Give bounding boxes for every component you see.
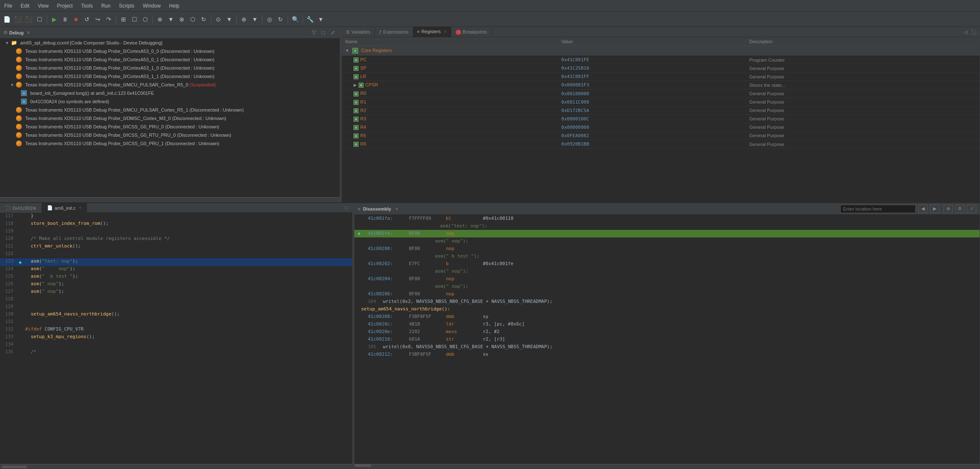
grid-btn[interactable]: ⊞ bbox=[118, 14, 128, 24]
disasm-copy-btn[interactable]: ⊕ bbox=[943, 205, 953, 213]
toolbar-btn-7[interactable]: ⊕ bbox=[155, 14, 165, 24]
location-input[interactable] bbox=[840, 205, 916, 213]
menu-scripts[interactable]: Scripts bbox=[115, 1, 139, 10]
toolbar-btn-15[interactable]: ▼ bbox=[250, 14, 260, 24]
toolbar-btn-17[interactable]: ↻ bbox=[275, 14, 286, 24]
disasm-addr-6: 41c0020c: bbox=[368, 321, 406, 327]
toolbar-btn-6[interactable]: ⬡ bbox=[140, 14, 150, 24]
disasm-close-icon[interactable]: × bbox=[396, 206, 398, 211]
debug-scrollbar[interactable] bbox=[0, 197, 340, 202]
toolbar-btn-9[interactable]: ⊗ bbox=[177, 14, 187, 24]
menu-tools[interactable]: Tools bbox=[77, 1, 97, 10]
code-content-128 bbox=[24, 296, 352, 304]
tab-registers-close[interactable]: × bbox=[444, 29, 447, 34]
code-content-123: asm("test: nop"); bbox=[24, 258, 352, 266]
reg-row-r1[interactable]: ≡R1 0x0011C000 General Purpose bbox=[342, 98, 980, 106]
tab-breakpoints[interactable]: ⬤ Breakpoints bbox=[451, 27, 492, 37]
editor-minimize-btn[interactable]: □ bbox=[343, 204, 350, 211]
toolbar-btn-8[interactable]: ▼ bbox=[166, 14, 176, 24]
indicator-119 bbox=[17, 228, 24, 236]
toolbar-btn-12[interactable]: ⊙ bbox=[213, 14, 223, 24]
tree-core-1[interactable]: Texas Instruments XDS110 USB Debug Probe… bbox=[0, 55, 340, 64]
code-line-124: 124 asm(" nop"); bbox=[0, 266, 352, 274]
toolbar-btn-10[interactable]: ⬡ bbox=[188, 14, 198, 24]
menu-view[interactable]: View bbox=[34, 1, 53, 10]
disasm-expand-btn[interactable]: ⤢ bbox=[967, 205, 976, 213]
debug-close-icon[interactable]: × bbox=[27, 30, 30, 36]
disasm-table[interactable]: 41c001fa: F7FFFF89 bl #0x41c00110 asm("t… bbox=[354, 215, 980, 464]
toolbar-btn-3[interactable]: ⬛ bbox=[24, 14, 34, 24]
disasm-prev-btn[interactable]: ◀ bbox=[918, 205, 928, 213]
tab-am6-close[interactable]: × bbox=[79, 206, 81, 210]
menu-run[interactable]: Run bbox=[97, 1, 115, 10]
tab-expressions-label: Expressions bbox=[383, 29, 409, 34]
reg-row-r5[interactable]: ≡R5 0x0FEA0082 General Purpose bbox=[342, 131, 980, 140]
stop-btn[interactable]: ■ bbox=[71, 14, 81, 24]
tree-core-0[interactable]: Texas Instruments XDS110 USB Debug Probe… bbox=[0, 47, 340, 55]
disasm-next-btn[interactable]: ▶ bbox=[930, 205, 939, 213]
toolbar-btn-4[interactable]: ☐ bbox=[34, 14, 45, 24]
reg-row-r0[interactable]: ≡R0 0x00100000 General Purpose bbox=[342, 89, 980, 98]
new-btn[interactable]: 📄 bbox=[2, 14, 12, 24]
reg-row-pc[interactable]: ≡PC 0x41C001FE Program Counter bbox=[342, 56, 980, 64]
reg-row-r4[interactable]: ≡R4 0x00000000 General Purpose bbox=[342, 123, 980, 131]
toolbar-btn-19[interactable]: 🔧 bbox=[305, 14, 315, 24]
disasm-scrollbar-thumb[interactable] bbox=[354, 464, 371, 467]
tab-variables[interactable]: ☰ Variables bbox=[342, 27, 375, 37]
menu-help[interactable]: Help bbox=[165, 1, 184, 10]
debug-expand-btn[interactable]: ⤢ bbox=[329, 29, 336, 36]
reg-row-r6[interactable]: ≡R6 0x0920B1BB General Purpose bbox=[342, 140, 980, 149]
toolbar-btn-13[interactable]: ▼ bbox=[224, 14, 234, 24]
toolbar-btn-11[interactable]: ↻ bbox=[199, 14, 209, 24]
tab-registers[interactable]: ≡ Registers × bbox=[413, 27, 451, 37]
tab-am6-init[interactable]: 📄 am6_init.c × bbox=[42, 203, 87, 213]
reg-row-cpsr[interactable]: ▶≡CPSR 0x000001F3 Stores the state... bbox=[342, 81, 980, 89]
disasm-settings-btn[interactable]: ⚙ bbox=[955, 205, 964, 213]
tree-core-2[interactable]: Texas Instruments XDS110 USB Debug Probe… bbox=[0, 64, 340, 72]
tree-core-4[interactable]: Texas Instruments XDS110 USB Debug Probe… bbox=[0, 106, 340, 114]
toolbar-btn-2[interactable]: ⬛ bbox=[13, 14, 23, 24]
tab-hex-view[interactable]: ⬛ 0x41c001fe bbox=[0, 203, 42, 213]
disasm-source-5: 104 writel(0x2, NAVSS0_NBSS_NB0_CFG_BASE… bbox=[354, 298, 980, 305]
tree-root[interactable]: ▼ 📁 am65_spl_debug.ccxml [Code Composer … bbox=[0, 39, 340, 47]
step-into-btn[interactable]: ↷ bbox=[104, 14, 114, 24]
tree-core-6[interactable]: Texas Instruments XDS110 USB Debug Probe… bbox=[0, 122, 340, 131]
tree-frame-1[interactable]: = 0x41C00A24 (no symbols are defined) bbox=[0, 97, 340, 106]
menu-project[interactable]: Project bbox=[53, 1, 77, 10]
debug-minimize-btn[interactable]: ▽ bbox=[310, 29, 318, 36]
toolbar-btn-18[interactable]: 🔍 bbox=[290, 14, 300, 24]
tree-core-5[interactable]: Texas Instruments XDS110 USB Debug Probe… bbox=[0, 114, 340, 122]
menu-file[interactable]: File bbox=[0, 1, 16, 10]
tab-expand-btn[interactable]: ⬛ bbox=[970, 29, 977, 35]
step-over-btn[interactable]: ↪ bbox=[93, 14, 103, 24]
tree-core-7[interactable]: Texas Instruments XDS110 USB Debug Probe… bbox=[0, 131, 340, 139]
reg-cpsr-expand: ▶ bbox=[354, 83, 357, 87]
menu-edit[interactable]: Edit bbox=[16, 1, 34, 10]
resume-btn[interactable]: ▶ bbox=[49, 14, 59, 24]
disasm-src-2: asm(" b test "); bbox=[368, 253, 480, 259]
reg-row-r3[interactable]: ≡R3 0x0000100C General Purpose bbox=[342, 115, 980, 123]
tree-core-3[interactable]: Texas Instruments XDS110 USB Debug Probe… bbox=[0, 72, 340, 81]
toolbar-btn-5[interactable]: ☐ bbox=[129, 14, 139, 24]
disasm-scrollbar-x[interactable] bbox=[354, 464, 980, 469]
tab-minimize-btn[interactable]: ◁ bbox=[962, 29, 969, 35]
toolbar-btn-20[interactable]: ▼ bbox=[316, 14, 326, 24]
suspend-btn[interactable]: ⏸ bbox=[60, 14, 70, 24]
editor-scrollbar-x[interactable] bbox=[0, 464, 352, 469]
reg-row-r2[interactable]: ≡R2 0xD172BC5A General Purpose bbox=[342, 106, 980, 115]
menu-window[interactable]: Window bbox=[139, 1, 165, 10]
disasm-ind-3 bbox=[358, 276, 364, 282]
debug-maximize-btn[interactable]: □ bbox=[320, 29, 327, 36]
tree-frame-0[interactable]: = board_init_f(unsigned long)() at am6_i… bbox=[0, 89, 340, 97]
tree-core-8[interactable]: Texas Instruments XDS110 USB Debug Probe… bbox=[0, 139, 340, 148]
toolbar-btn-14[interactable]: ⊕ bbox=[239, 14, 249, 24]
toolbar-btn-16[interactable]: ◎ bbox=[265, 14, 275, 24]
tab-expressions[interactable]: ƒ Expressions bbox=[375, 27, 413, 37]
reg-row-sp[interactable]: ≡SP 0x41C25B10 General Purpose bbox=[342, 64, 980, 73]
tree-core-suspended[interactable]: ▼ Texas Instruments XDS110 USB Debug Pro… bbox=[0, 81, 340, 89]
code-area[interactable]: 117 } 118 store_boot_index_from_rom(); 1… bbox=[0, 213, 352, 464]
editor-scrollbar-thumb[interactable] bbox=[2, 466, 27, 468]
restart-btn[interactable]: ↺ bbox=[82, 14, 92, 24]
reg-row-lr[interactable]: ≡LR 0x41C001FF General Purpose bbox=[342, 73, 980, 81]
reg-group-core[interactable]: ▼ ≡ Core Registers bbox=[342, 46, 980, 56]
